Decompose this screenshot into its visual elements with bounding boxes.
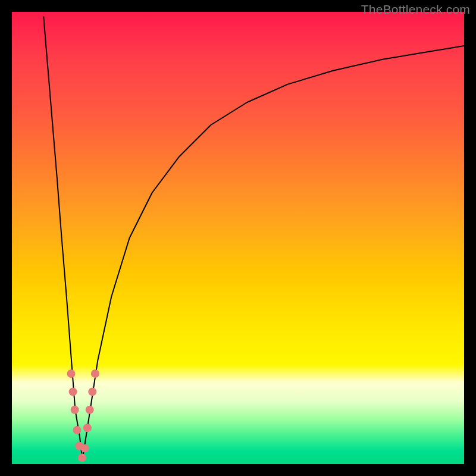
marker-point — [69, 387, 77, 396]
chart-svg — [12, 12, 464, 464]
marker-point — [78, 453, 86, 462]
marker-point — [67, 369, 76, 378]
marker-point — [75, 442, 83, 450]
marker-point — [80, 444, 89, 452]
chart-container: TheBottleneck.com — [0, 0, 476, 476]
curve-left-valley-branch — [43, 17, 82, 460]
plot-area — [12, 12, 464, 464]
marker-point — [71, 406, 79, 414]
watermark-text: TheBottleneck.com — [361, 2, 470, 17]
marker-point — [83, 424, 92, 432]
marker-point — [73, 426, 81, 434]
curve-right-valley-branch — [83, 46, 464, 459]
marker-point — [88, 387, 96, 396]
marker-point — [86, 406, 94, 414]
marker-point — [91, 369, 99, 378]
